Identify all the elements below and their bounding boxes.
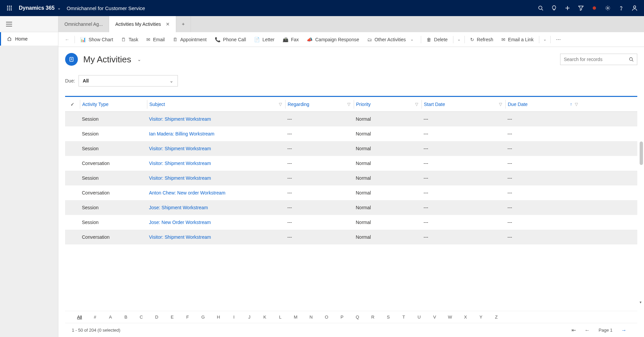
first-page-button[interactable]: ⇤ [567,327,581,333]
alpha-filter-h[interactable]: H [211,315,226,320]
cell-subject-link[interactable]: Visitor: Shipment Workstream [147,175,285,181]
vertical-scrollbar[interactable] [640,142,643,165]
search-records[interactable] [560,54,637,65]
table-row[interactable]: SessionVisitor: Shipment Workstream---No… [65,171,637,185]
alpha-filter-n[interactable]: N [303,315,319,320]
hamburger-icon[interactable] [0,16,58,32]
cell-subject-link[interactable]: Visitor: Shipment Workstream [147,234,285,240]
alpha-filter-o[interactable]: O [319,315,334,320]
alpha-filter-b[interactable]: B [118,315,134,320]
column-due-date[interactable]: Due Date↑▽ [505,100,581,109]
show-chart-button[interactable]: 📊Show Chart [77,32,116,47]
alpha-filter-a[interactable]: A [103,315,118,320]
appointment-button[interactable]: 🗓Appointment [169,32,210,47]
filter-icon[interactable]: ▽ [499,102,502,107]
chevron-down-icon[interactable]: ⌄ [57,6,61,10]
alpha-filter-d[interactable]: D [149,315,164,320]
filter-icon[interactable] [574,0,588,16]
alpha-filter-m[interactable]: M [288,315,303,320]
close-icon[interactable]: ✕ [166,21,170,27]
filter-icon[interactable]: ▽ [279,102,282,107]
email-button[interactable]: ✉Email [143,32,168,47]
prev-page-button[interactable]: ← [581,327,594,333]
sidebar-item-home[interactable]: Home [0,32,58,46]
letter-button[interactable]: 📄Letter [251,32,278,47]
search-input[interactable] [564,57,629,62]
alpha-filter-p[interactable]: P [334,315,350,320]
column-regarding[interactable]: Regarding▽ [285,100,354,109]
overflow-menu[interactable]: ⋯ [553,32,564,47]
view-selector-chevron[interactable]: ⌄ [137,57,141,62]
sort-asc-icon[interactable]: ↑ [570,102,573,107]
alpha-filter-j[interactable]: J [242,315,257,320]
column-priority[interactable]: Priority▽ [354,100,422,109]
table-row[interactable]: SessionVisitor: Shipment Workstream---No… [65,112,637,126]
alpha-filter-e[interactable]: E [164,315,180,320]
table-row[interactable]: SessionJose: New Order Workstream---Norm… [65,215,637,230]
phone-call-button[interactable]: 📞Phone Call [211,32,250,47]
filter-icon[interactable]: ▽ [575,102,578,107]
table-row[interactable]: ConversationVisitor: Shipment Workstream… [65,230,637,244]
filter-icon[interactable]: ▽ [347,102,350,107]
refresh-button[interactable]: ↻Refresh [467,32,497,47]
delete-split-chevron[interactable]: ⌄ [455,37,462,42]
email-link-button[interactable]: ✉Email a Link [498,32,537,47]
tab-omnichannel-agent[interactable]: Omnichannel Ag... [58,16,109,32]
alpha-filter-v[interactable]: V [427,315,442,320]
alpha-filter-k[interactable]: K [257,315,273,320]
tab-activities[interactable]: Activities My Activities ✕ [109,16,176,32]
alpha-filter-t[interactable]: T [396,315,411,320]
table-row[interactable]: ConversationAnton Chew: New order Workst… [65,185,637,200]
scroll-down-icon[interactable]: ▾ [638,299,643,305]
alpha-filter-all[interactable]: All [72,315,87,320]
search-icon[interactable] [534,0,547,16]
task-button[interactable]: 🗒Task [118,32,142,47]
tab-add[interactable]: ＋ [176,16,191,32]
alpha-filter-w[interactable]: W [442,315,458,320]
brand-name[interactable]: Dynamics 365 [19,5,55,11]
cell-subject-link[interactable]: Visitor: Shipment Workstream [147,161,285,166]
campaign-response-button[interactable]: 📣Campaign Response [303,32,362,47]
delete-button[interactable]: 🗑Delete [423,32,451,47]
filter-icon[interactable]: ▽ [415,102,418,107]
presence-indicator[interactable] [588,0,601,16]
alpha-filter-f[interactable]: F [180,315,195,320]
table-row[interactable]: SessionVisitor: Shipment Workstream---No… [65,141,637,156]
cell-subject-link[interactable]: Jose: Shipment Workstream [147,205,285,210]
alpha-filter-y[interactable]: Y [473,315,489,320]
cell-subject-link[interactable]: Visitor: Shipment Workstream [147,146,285,151]
cell-subject-link[interactable]: Ian Madera: Billing Workstream [147,131,285,136]
help-icon[interactable] [614,0,628,16]
alpha-filter-x[interactable]: X [458,315,473,320]
user-icon[interactable] [628,0,641,16]
alpha-filter-q[interactable]: Q [350,315,365,320]
table-row[interactable]: ConversationVisitor: Shipment Workstream… [65,156,637,171]
alpha-filter-l[interactable]: L [273,315,288,320]
select-all-checkbox[interactable]: ✓ [65,102,80,107]
table-row[interactable]: SessionIan Madera: Billing Workstream---… [65,126,637,141]
search-icon[interactable] [629,57,634,62]
table-row[interactable]: SessionJose: Shipment Workstream---Norma… [65,200,637,215]
alpha-filter-u[interactable]: U [411,315,427,320]
app-launcher-icon[interactable] [3,5,16,11]
lightbulb-icon[interactable] [547,0,561,16]
column-start-date[interactable]: Start Date▽ [422,100,505,109]
other-activities-button[interactable]: 🗂Other Activities⌄ [364,32,419,47]
plus-icon[interactable] [561,0,574,16]
alpha-filter-i[interactable]: I [226,315,242,320]
alpha-filter-z[interactable]: Z [489,315,504,320]
due-dropdown[interactable]: All ⌄ [79,75,178,87]
column-subject[interactable]: Subject▽ [147,100,285,109]
alpha-filter-c[interactable]: C [134,315,149,320]
email-link-split-chevron[interactable]: ⌄ [541,37,548,42]
gear-icon[interactable] [601,0,614,16]
fax-button[interactable]: 📠Fax [279,32,302,47]
alpha-filter-r[interactable]: R [365,315,381,320]
next-page-button[interactable]: → [617,327,631,333]
alpha-filter-#[interactable]: # [87,315,103,320]
back-button[interactable]: ← [62,34,72,45]
column-activity-type[interactable]: Activity Type [80,100,147,109]
alpha-filter-g[interactable]: G [195,315,211,320]
cell-subject-link[interactable]: Visitor: Shipment Workstream [147,116,285,122]
cell-subject-link[interactable]: Anton Chew: New order Workstream [147,190,285,195]
